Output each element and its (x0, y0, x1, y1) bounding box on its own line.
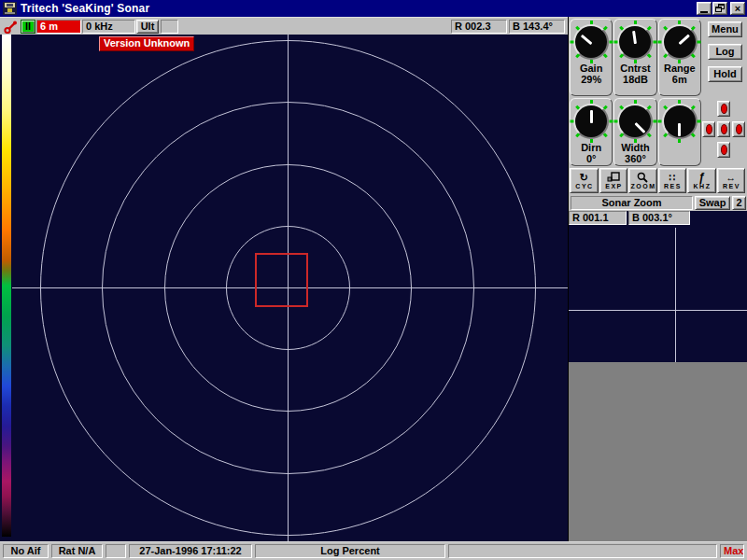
spare-field (161, 20, 178, 34)
cycle-icon: ↻ (580, 171, 588, 183)
datetime-field: 27-Jan-1996 17:11:22 (129, 544, 252, 558)
left-column: II 6 m 0 kHz Ult R 002.3 B 143.4° (0, 17, 568, 541)
tool-button-row: ↻ CYC EXP ZOOM ∷ RES (569, 166, 747, 194)
knob-row-2: Dirn 0° Width 360° (569, 96, 747, 166)
range-knob[interactable] (662, 24, 698, 60)
close-icon: × (735, 4, 740, 13)
width-knob-panel: Width 360° (613, 98, 656, 166)
contrast-label: Cntrst (620, 63, 650, 74)
led-right-button[interactable] (732, 121, 745, 137)
rev-button[interactable]: ↔ REV (717, 168, 746, 193)
minimize-icon (700, 11, 708, 13)
led-center-button[interactable] (717, 121, 730, 137)
expand-icon (607, 171, 620, 183)
gain-label: Gain (580, 63, 602, 74)
knob-row-1: Gain 29% Cntrst 18dB Range 6m Menu Log H… (569, 17, 747, 96)
restore-button[interactable] (712, 2, 727, 15)
zoom-crosshair-vertical (675, 228, 676, 362)
range-label: Range (664, 63, 696, 74)
zoom-readout-row: R 001.1 B 003.1° (569, 211, 747, 228)
bearing-readout-field: B 143.4° (509, 20, 565, 34)
zoom-range-readout: R 001.1 (569, 211, 627, 225)
width-label: Width (621, 142, 649, 153)
gain-knob[interactable] (573, 24, 609, 60)
zoom-count-button[interactable]: 2 (732, 196, 746, 210)
res-button[interactable]: ∷ RES (658, 168, 687, 193)
contrast-knob[interactable] (617, 24, 653, 60)
zoom-bearing-readout: B 003.1° (628, 211, 690, 225)
version-label: Version Unknown (99, 36, 194, 51)
hold-button[interactable]: Hold (708, 66, 742, 82)
direction-label: Dirn (581, 142, 601, 153)
spare-status-field-2 (448, 544, 717, 558)
close-button[interactable]: × (730, 2, 745, 15)
sonar-plot (0, 35, 568, 541)
max-indicator: Max (720, 544, 744, 558)
setup-button[interactable] (0, 19, 21, 34)
wrench-icon (4, 20, 18, 34)
contrast-knob-panel: Cntrst 18dB (613, 19, 656, 96)
ult-button[interactable]: Ult (136, 20, 159, 34)
main-content: II 6 m 0 kHz Ult R 002.3 B 143.4° (0, 17, 747, 541)
range-field: 6 m (36, 20, 81, 34)
led-icon (721, 124, 727, 134)
window-title: Tritech 'SeaKing' Sonar (21, 2, 696, 15)
resolution-icon: ∷ (669, 171, 675, 183)
restore-icon (715, 4, 725, 13)
control-panel: Gain 29% Cntrst 18dB Range 6m Menu Log H… (568, 17, 747, 541)
range-value: 6m (672, 74, 687, 85)
gain-value: 29% (581, 74, 601, 85)
frequency-icon: ƒ (698, 171, 705, 183)
frequency-field: 0 kHz (82, 20, 135, 34)
panel-filler (569, 362, 747, 541)
menu-button[interactable]: Menu (708, 21, 742, 37)
aux-knob[interactable] (662, 104, 698, 139)
log-mode-field: Log Percent (255, 544, 445, 558)
cyc-button[interactable]: ↻ CYC (570, 168, 599, 193)
direction-knob[interactable] (573, 104, 609, 139)
pause-button[interactable]: II (21, 20, 35, 34)
led-left-button[interactable] (702, 121, 715, 137)
width-value: 360° (625, 153, 646, 164)
side-button-column: Menu Log Hold (702, 19, 746, 96)
led-down-button[interactable] (717, 142, 730, 158)
khz-button[interactable]: ƒ KHZ (687, 168, 716, 193)
led-icon (721, 104, 727, 114)
zoom-button[interactable]: ZOOM (628, 168, 657, 193)
led-icon (706, 124, 712, 134)
led-icon (721, 145, 727, 155)
exp-button[interactable]: EXP (599, 168, 628, 193)
status-bar: No Aif Rat N/A 27-Jan-1996 17:11:22 Log … (0, 541, 747, 560)
zoom-icon (637, 171, 648, 183)
led-cross-cluster (702, 98, 746, 166)
direction-value: 0° (586, 153, 597, 164)
contrast-value: 18dB (623, 74, 648, 85)
gain-knob-panel: Gain 29% (570, 19, 613, 96)
top-toolbar: II 6 m 0 kHz Ult R 002.3 B 143.4° (0, 17, 568, 35)
led-up-button[interactable] (717, 101, 730, 117)
width-knob[interactable] (617, 104, 653, 139)
aif-status-field: No Aif (3, 544, 49, 558)
range-readout-field: R 002.3 (451, 20, 507, 34)
aux-knob-panel (658, 98, 701, 166)
led-icon (736, 124, 742, 134)
swap-button[interactable]: Swap (695, 196, 730, 210)
reverse-icon: ↔ (726, 171, 736, 183)
zoom-region-marker (256, 254, 307, 306)
sonar-zoom-header: Sonar Zoom Swap 2 (569, 194, 747, 211)
rat-status-field: Rat N/A (51, 544, 103, 558)
app-window: Tritech 'SeaKing' Sonar × II 6 m 0 kHz U… (0, 0, 747, 560)
intensity-colorbar (2, 35, 11, 537)
sonar-display[interactable]: Version Unknown (0, 35, 568, 541)
log-button[interactable]: Log (708, 44, 742, 60)
direction-knob-panel: Dirn 0° (570, 98, 613, 166)
range-knob-panel: Range 6m (658, 19, 701, 96)
spare-status-field (106, 544, 126, 558)
sonar-zoom-display[interactable] (569, 228, 747, 362)
minimize-button[interactable] (697, 2, 712, 15)
sonar-zoom-title: Sonar Zoom (571, 196, 693, 210)
app-icon (3, 2, 17, 15)
title-bar: Tritech 'SeaKing' Sonar × (0, 0, 747, 17)
zoom-crosshair-horizontal (569, 310, 747, 311)
